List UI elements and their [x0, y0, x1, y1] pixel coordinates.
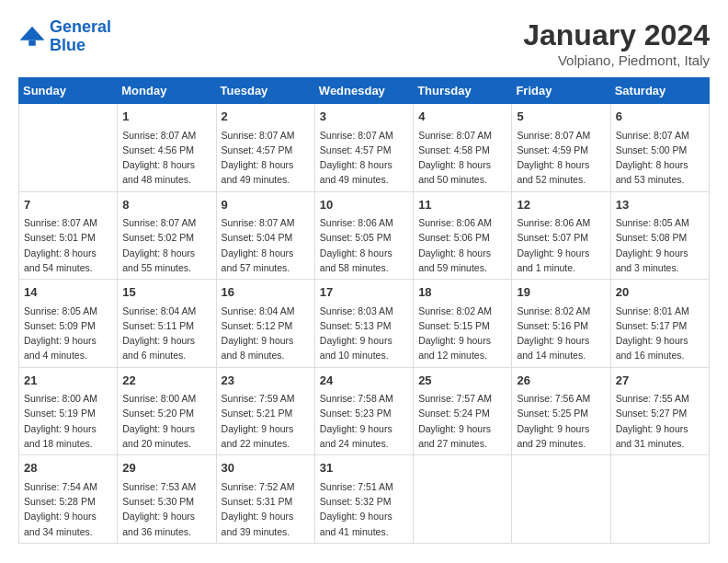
- calendar-cell: 10Sunrise: 8:06 AMSunset: 5:05 PMDayligh…: [314, 191, 413, 280]
- calendar-cell: 1Sunrise: 8:07 AMSunset: 4:56 PMDaylight…: [118, 104, 216, 192]
- day-number: 30: [222, 459, 310, 477]
- svg-marker-0: [20, 27, 45, 40]
- day-header-friday: Friday: [512, 78, 610, 104]
- calendar-week-4: 21Sunrise: 8:00 AMSunset: 5:19 PMDayligh…: [19, 367, 710, 455]
- day-info: Sunrise: 8:07 AMSunset: 5:01 PMDaylight:…: [24, 215, 112, 275]
- day-header-monday: Monday: [118, 78, 216, 104]
- day-number: 22: [122, 372, 210, 390]
- calendar-cell: 6Sunrise: 8:07 AMSunset: 5:00 PMDaylight…: [610, 104, 709, 192]
- calendar-cell: 3Sunrise: 8:07 AMSunset: 4:57 PMDaylight…: [314, 104, 413, 192]
- calendar-cell: 21Sunrise: 8:00 AMSunset: 5:19 PMDayligh…: [19, 367, 118, 455]
- day-info: Sunrise: 7:56 AMSunset: 5:25 PMDaylight:…: [517, 391, 605, 451]
- day-number: 12: [517, 196, 605, 214]
- calendar-cell: 2Sunrise: 8:07 AMSunset: 4:57 PMDaylight…: [216, 104, 314, 192]
- day-number: 10: [320, 196, 408, 214]
- day-info: Sunrise: 8:07 AMSunset: 4:58 PMDaylight:…: [418, 128, 506, 188]
- day-info: Sunrise: 8:02 AMSunset: 5:16 PMDaylight:…: [517, 304, 605, 363]
- day-number: 18: [418, 283, 506, 302]
- day-number: 24: [320, 372, 408, 390]
- day-info: Sunrise: 8:06 AMSunset: 5:06 PMDaylight:…: [418, 215, 506, 275]
- calendar-cell: 5Sunrise: 8:07 AMSunset: 4:59 PMDaylight…: [512, 104, 610, 192]
- calendar-cell: 25Sunrise: 7:57 AMSunset: 5:24 PMDayligh…: [414, 367, 512, 455]
- calendar-cell: 18Sunrise: 8:02 AMSunset: 5:15 PMDayligh…: [414, 280, 512, 368]
- day-number: 17: [320, 283, 408, 302]
- day-info: Sunrise: 8:07 AMSunset: 4:57 PMDaylight:…: [222, 128, 310, 188]
- calendar-cell: 11Sunrise: 8:06 AMSunset: 5:06 PMDayligh…: [414, 191, 512, 280]
- day-header-thursday: Thursday: [414, 78, 512, 104]
- day-header-tuesday: Tuesday: [216, 78, 314, 104]
- day-number: 16: [222, 283, 310, 302]
- day-number: 15: [122, 283, 210, 302]
- day-info: Sunrise: 7:55 AMSunset: 5:27 PMDaylight:…: [616, 391, 704, 451]
- day-info: Sunrise: 7:53 AMSunset: 5:30 PMDaylight:…: [122, 479, 210, 539]
- day-info: Sunrise: 8:05 AMSunset: 5:09 PMDaylight:…: [24, 304, 112, 363]
- day-info: Sunrise: 8:07 AMSunset: 4:56 PMDaylight:…: [122, 128, 210, 188]
- calendar-week-3: 14Sunrise: 8:05 AMSunset: 5:09 PMDayligh…: [19, 280, 710, 368]
- day-info: Sunrise: 8:02 AMSunset: 5:15 PMDaylight:…: [418, 304, 506, 363]
- day-info: Sunrise: 8:07 AMSunset: 5:02 PMDaylight:…: [122, 215, 210, 275]
- calendar-week-2: 7Sunrise: 8:07 AMSunset: 5:01 PMDaylight…: [19, 191, 710, 280]
- day-info: Sunrise: 8:05 AMSunset: 5:08 PMDaylight:…: [616, 215, 704, 275]
- day-info: Sunrise: 8:00 AMSunset: 5:20 PMDaylight:…: [122, 391, 210, 451]
- day-number: 14: [24, 283, 112, 302]
- location: Volpiano, Piedmont, Italy: [523, 52, 710, 68]
- calendar-cell: [512, 455, 610, 544]
- calendar-cell: [19, 104, 118, 192]
- calendar-cell: 7Sunrise: 8:07 AMSunset: 5:01 PMDaylight…: [19, 191, 118, 280]
- calendar-cell: 20Sunrise: 8:01 AMSunset: 5:17 PMDayligh…: [610, 280, 709, 368]
- svg-rect-1: [28, 40, 36, 46]
- day-number: 2: [222, 108, 310, 126]
- logo-icon: [18, 23, 46, 51]
- calendar-cell: 12Sunrise: 8:06 AMSunset: 5:07 PMDayligh…: [512, 191, 610, 280]
- day-header-wednesday: Wednesday: [314, 78, 413, 104]
- day-info: Sunrise: 8:07 AMSunset: 4:59 PMDaylight:…: [517, 128, 605, 188]
- day-info: Sunrise: 8:01 AMSunset: 5:17 PMDaylight:…: [616, 304, 704, 363]
- page-header: General Blue January 2024 Volpiano, Pied…: [18, 18, 710, 68]
- calendar-cell: [610, 455, 709, 544]
- calendar-cell: 29Sunrise: 7:53 AMSunset: 5:30 PMDayligh…: [118, 455, 216, 544]
- day-number: 9: [222, 196, 310, 214]
- day-number: 6: [616, 108, 704, 126]
- calendar-cell: 30Sunrise: 7:52 AMSunset: 5:31 PMDayligh…: [216, 455, 314, 544]
- day-info: Sunrise: 8:06 AMSunset: 5:05 PMDaylight:…: [320, 215, 408, 275]
- calendar-cell: 19Sunrise: 8:02 AMSunset: 5:16 PMDayligh…: [512, 280, 610, 368]
- calendar-cell: 15Sunrise: 8:04 AMSunset: 5:11 PMDayligh…: [118, 280, 216, 368]
- day-number: 1: [122, 108, 210, 126]
- day-info: Sunrise: 7:54 AMSunset: 5:28 PMDaylight:…: [24, 479, 112, 539]
- calendar-cell: 4Sunrise: 8:07 AMSunset: 4:58 PMDaylight…: [414, 104, 512, 192]
- title-block: January 2024 Volpiano, Piedmont, Italy: [523, 18, 710, 68]
- month-title: January 2024: [523, 18, 710, 52]
- day-number: 27: [616, 372, 704, 390]
- day-info: Sunrise: 8:04 AMSunset: 5:11 PMDaylight:…: [122, 304, 210, 363]
- day-number: 11: [418, 196, 506, 214]
- day-info: Sunrise: 7:57 AMSunset: 5:24 PMDaylight:…: [418, 391, 506, 451]
- calendar-cell: 23Sunrise: 7:59 AMSunset: 5:21 PMDayligh…: [216, 367, 314, 455]
- day-number: 5: [517, 108, 605, 126]
- day-number: 21: [24, 372, 112, 390]
- day-info: Sunrise: 8:04 AMSunset: 5:12 PMDaylight:…: [222, 304, 310, 363]
- logo: General Blue: [18, 18, 111, 55]
- calendar-cell: 16Sunrise: 8:04 AMSunset: 5:12 PMDayligh…: [216, 280, 314, 368]
- calendar-cell: 31Sunrise: 7:51 AMSunset: 5:32 PMDayligh…: [314, 455, 413, 544]
- calendar-header-row: SundayMondayTuesdayWednesdayThursdayFrid…: [19, 78, 710, 104]
- day-info: Sunrise: 8:07 AMSunset: 5:04 PMDaylight:…: [222, 215, 310, 275]
- day-number: 28: [24, 459, 112, 477]
- calendar-cell: 26Sunrise: 7:56 AMSunset: 5:25 PMDayligh…: [512, 367, 610, 455]
- day-info: Sunrise: 7:51 AMSunset: 5:32 PMDaylight:…: [320, 479, 408, 539]
- day-info: Sunrise: 7:59 AMSunset: 5:21 PMDaylight:…: [222, 391, 310, 451]
- calendar-cell: 8Sunrise: 8:07 AMSunset: 5:02 PMDaylight…: [118, 191, 216, 280]
- calendar-cell: 24Sunrise: 7:58 AMSunset: 5:23 PMDayligh…: [314, 367, 413, 455]
- day-header-saturday: Saturday: [610, 78, 709, 104]
- calendar-cell: 17Sunrise: 8:03 AMSunset: 5:13 PMDayligh…: [314, 280, 413, 368]
- logo-text: General Blue: [50, 18, 111, 55]
- calendar-cell: 22Sunrise: 8:00 AMSunset: 5:20 PMDayligh…: [118, 367, 216, 455]
- day-number: 3: [320, 108, 408, 126]
- day-number: 8: [122, 196, 210, 214]
- day-info: Sunrise: 7:58 AMSunset: 5:23 PMDaylight:…: [320, 391, 408, 451]
- day-number: 31: [320, 459, 408, 477]
- day-number: 19: [517, 283, 605, 302]
- calendar-cell: [414, 455, 512, 544]
- day-info: Sunrise: 8:06 AMSunset: 5:07 PMDaylight:…: [517, 215, 605, 275]
- day-number: 29: [122, 459, 210, 477]
- day-header-sunday: Sunday: [19, 78, 118, 104]
